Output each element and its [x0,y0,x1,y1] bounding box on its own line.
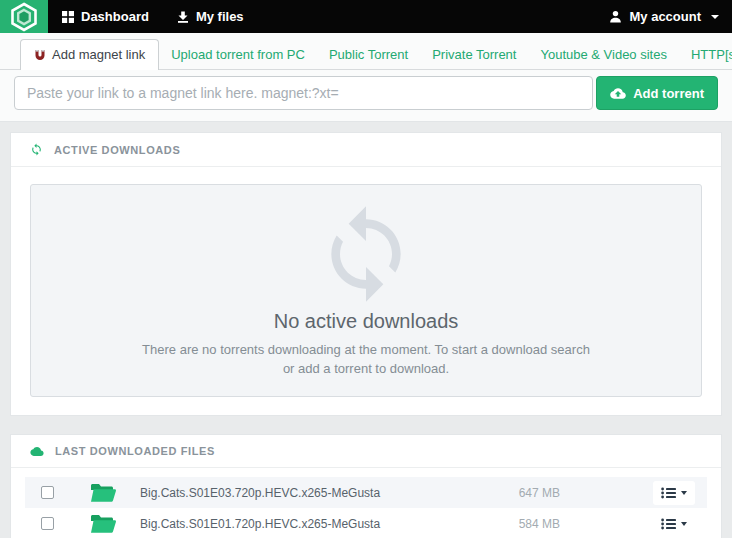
file-row: Big.Cats.S01E03.720p.HEVC.x265-MeGusta 6… [25,477,707,508]
empty-state-title: No active downloads [274,310,459,333]
add-torrent-button[interactable]: Add torrent [596,76,718,110]
file-size: 584 MB [519,517,560,531]
nav-item-my-files[interactable]: My files [163,0,258,33]
file-checkbox[interactable] [41,517,54,530]
file-name[interactable]: Big.Cats.S01E01.720p.HEVC.x265-MeGusta [140,517,380,531]
empty-state-message: There are no torrents downloading at the… [136,341,596,379]
active-downloads-body: No active downloads There are no torrent… [11,167,721,415]
magnet-link-input[interactable] [14,76,593,110]
top-navbar: Dashboard My files My account [0,0,732,33]
nav-item-dashboard[interactable]: Dashboard [48,0,163,33]
torrent-source-tabs: Add magnet link Upload torrent from PC P… [0,39,732,70]
tab-public-torrent[interactable]: Public Torrent [317,40,420,69]
last-downloaded-body: Big.Cats.S01E03.720p.HEVC.x265-MeGusta 6… [11,468,721,538]
add-torrent-label: Add torrent [633,86,704,101]
nav-item-label: My files [196,9,244,24]
active-downloads-panel: ACTIVE DOWNLOADS No active downloads The… [10,132,722,416]
user-icon [609,10,622,23]
refresh-large-icon [314,202,418,306]
list-menu-icon [661,487,676,499]
no-active-downloads-box: No active downloads There are no torrent… [30,184,702,397]
file-checkbox[interactable] [41,486,54,499]
tab-label: Add magnet link [52,47,145,62]
nav-item-label: Dashboard [81,9,149,24]
file-row: Big.Cats.S01E01.720p.HEVC.x265-MeGusta 5… [25,508,707,538]
caret-down-icon [681,522,687,526]
tab-https-file-downloader[interactable]: HTTP[s] file downloader [679,40,732,69]
magnet-form: Add torrent [0,70,732,121]
last-downloaded-panel: LAST DOWNLOADED FILES Big.Cats.S01E03.72… [10,434,722,538]
magnet-icon [34,49,46,61]
file-actions-button[interactable] [653,481,695,505]
list-menu-icon [661,518,676,530]
cloud-upload-icon [610,87,626,100]
grid-icon [62,11,74,23]
tab-youtube-video-sites[interactable]: Youtube & Video sites [528,40,679,69]
file-name[interactable]: Big.Cats.S01E03.720p.HEVC.x265-MeGusta [140,486,380,500]
folder-icon[interactable] [90,483,116,502]
download-icon [177,11,189,23]
caret-down-icon [681,491,687,495]
last-downloaded-title: LAST DOWNLOADED FILES [55,445,215,457]
folder-icon[interactable] [90,514,116,533]
last-downloaded-header: LAST DOWNLOADED FILES [11,435,721,468]
active-downloads-title: ACTIVE DOWNLOADS [54,144,180,156]
caret-down-icon [711,15,719,19]
add-torrent-section: Add magnet link Upload torrent from PC P… [0,33,732,122]
cloud-icon [30,446,44,457]
tab-private-torrent[interactable]: Private Torrent [420,40,528,69]
tab-add-magnet-link[interactable]: Add magnet link [20,39,159,70]
file-actions-button[interactable] [653,512,695,536]
refresh-icon[interactable] [30,143,43,156]
brand-logo[interactable] [0,0,48,33]
my-account-menu[interactable]: My account [596,0,732,33]
hexagon-logo-icon [10,2,38,32]
tab-upload-torrent-from-pc[interactable]: Upload torrent from PC [159,40,317,69]
file-size: 647 MB [519,486,560,500]
my-account-label: My account [629,9,701,24]
active-downloads-header: ACTIVE DOWNLOADS [11,133,721,167]
